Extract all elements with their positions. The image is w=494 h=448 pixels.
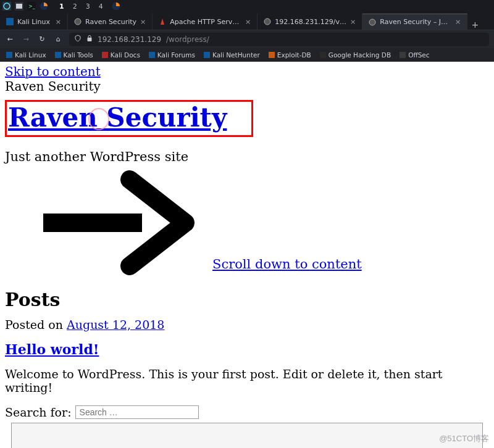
bookmark-exploitdb[interactable]: Exploit-DB	[269, 51, 311, 59]
favicon-kali-icon	[6, 18, 14, 25]
tab-label: 192.168.231.129/vendor/VER…	[275, 18, 346, 26]
bookmark-kali-tools[interactable]: Kali Tools	[55, 51, 93, 59]
posted-on-label: Posted on	[5, 318, 67, 331]
bookmark-label: Kali Docs	[111, 51, 140, 59]
url-bar[interactable]: 192.168.231.129/wordpress/	[69, 33, 489, 46]
tab-apache[interactable]: Apache HTTP Server Ver… ×	[153, 14, 257, 30]
bookmark-label: Google Hacking DB	[329, 51, 391, 59]
nav-toolbar: ← → ↻ ⌂ 192.168.231.129/wordpress/	[0, 30, 494, 48]
svg-point-11	[369, 19, 375, 25]
favicon-generic-icon	[264, 18, 271, 25]
post-meta: Posted on August 12, 2018	[5, 318, 489, 331]
favicon-generic-icon	[74, 18, 82, 25]
favicon-apache-icon	[159, 18, 166, 25]
post-title: Hello world!	[5, 341, 489, 357]
files-icon[interactable]	[15, 2, 23, 10]
svg-rect-15	[102, 52, 108, 58]
svg-text:>_: >_	[28, 4, 36, 9]
close-icon[interactable]: ×	[56, 18, 61, 26]
bookmark-kali-docs[interactable]: Kali Docs	[102, 51, 140, 59]
close-icon[interactable]: ×	[350, 18, 356, 26]
scroll-indicator-block: Scroll down to content	[37, 170, 489, 275]
post-title-link[interactable]: Hello world!	[5, 341, 99, 357]
watermark: @51CTO博客	[439, 433, 489, 444]
url-path: /wordpress/	[166, 35, 209, 44]
os-titlebar: >_ 1 2 3 4	[0, 0, 494, 12]
new-tab-button[interactable]: +	[467, 20, 482, 30]
browser-chrome: >_ 1 2 3 4 Kali Linux × Raven Security ×	[0, 0, 494, 62]
bookmark-label: Kali Linux	[15, 51, 46, 59]
site-title-highlight-box: Raven Security	[5, 100, 253, 137]
posts-heading: Posts	[5, 289, 489, 310]
bookmark-label: OffSec	[408, 51, 429, 59]
forward-button[interactable]: →	[21, 35, 31, 43]
bookmark-kali-linux[interactable]: Kali Linux	[6, 51, 46, 59]
bookmarks-bar: Kali Linux Kali Tools Kali Docs Kali For…	[0, 48, 494, 62]
search-input[interactable]	[75, 405, 199, 419]
app-menu-icon[interactable]	[2, 2, 11, 10]
svg-point-9	[75, 19, 81, 25]
workspace-2[interactable]: 2	[73, 2, 77, 10]
tab-label: Raven Security	[85, 18, 136, 26]
svg-rect-20	[400, 52, 406, 58]
tab-label: Apache HTTP Server Ver…	[170, 18, 241, 26]
close-icon[interactable]: ×	[455, 18, 461, 26]
tab-wordpress-active[interactable]: Raven Security – Just anoth… ×	[362, 14, 467, 30]
tab-raven-security[interactable]: Raven Security ×	[68, 14, 153, 30]
bookmark-label: Kali Forums	[157, 51, 195, 59]
skip-to-content-link[interactable]: Skip to content	[5, 64, 101, 79]
site-title: Raven Security	[8, 102, 227, 133]
home-button[interactable]: ⌂	[53, 35, 63, 43]
shield-icon	[74, 35, 82, 44]
kali-icon	[55, 52, 61, 58]
workspace-1[interactable]: 1	[59, 2, 64, 10]
search-label: Search for:	[5, 405, 72, 419]
doc-icon	[102, 52, 108, 58]
kali-icon	[149, 52, 155, 58]
exploit-icon	[269, 52, 275, 58]
bookmark-nethunter[interactable]: Kali NetHunter	[204, 51, 260, 59]
close-icon[interactable]: ×	[140, 18, 146, 26]
svg-rect-8	[6, 18, 14, 25]
terminal-icon[interactable]: >_	[27, 2, 36, 10]
site-tagline: Just another WordPress site	[5, 149, 489, 164]
lock-icon	[86, 35, 93, 44]
bookmark-label: Exploit-DB	[277, 51, 311, 59]
tab-label: Kali Linux	[17, 18, 50, 26]
kali-icon	[6, 52, 12, 58]
bookmark-label: Kali Tools	[64, 51, 93, 59]
workspace-switcher[interactable]: 1 2 3 4	[59, 2, 103, 10]
svg-rect-18	[269, 52, 275, 58]
svg-rect-19	[320, 52, 326, 58]
workspace-3[interactable]: 3	[86, 2, 90, 10]
firefox-tray-icon[interactable]	[112, 2, 120, 10]
bookmark-label: Kali NetHunter	[212, 51, 260, 59]
back-button[interactable]: ←	[5, 35, 15, 43]
svg-rect-3	[16, 4, 22, 9]
close-icon[interactable]: ×	[245, 18, 251, 26]
post-excerpt: Welcome to WordPress. This is your first…	[5, 367, 489, 394]
svg-rect-13	[6, 52, 12, 58]
tab-kali-linux[interactable]: Kali Linux ×	[0, 14, 68, 30]
scroll-down-link[interactable]: Scroll down to content	[212, 257, 362, 272]
arrow-right-icon	[37, 170, 198, 275]
bookmark-offsec[interactable]: OffSec	[400, 51, 429, 59]
bookmark-ghdb[interactable]: Google Hacking DB	[320, 51, 391, 59]
svg-rect-16	[149, 52, 155, 58]
bookmark-kali-forums[interactable]: Kali Forums	[149, 51, 195, 59]
reload-button[interactable]: ↻	[37, 35, 47, 43]
svg-rect-12	[88, 38, 92, 41]
svg-point-10	[264, 19, 270, 25]
firefox-icon[interactable]	[40, 2, 48, 10]
content-box	[11, 423, 483, 448]
tab-label: Raven Security – Just anoth…	[380, 18, 451, 26]
search-form: Search for:	[5, 405, 489, 419]
post-date-link[interactable]: August 12, 2018	[67, 318, 164, 331]
page-content: Skip to content Raven Security Raven Sec…	[0, 62, 494, 448]
kali-icon	[204, 52, 210, 58]
svg-rect-17	[204, 52, 210, 58]
workspace-4[interactable]: 4	[99, 2, 103, 10]
tab-vendor[interactable]: 192.168.231.129/vendor/VER… ×	[257, 14, 362, 30]
site-title-link[interactable]: Raven Security	[8, 102, 227, 133]
brand-text: Raven Security	[5, 79, 489, 94]
